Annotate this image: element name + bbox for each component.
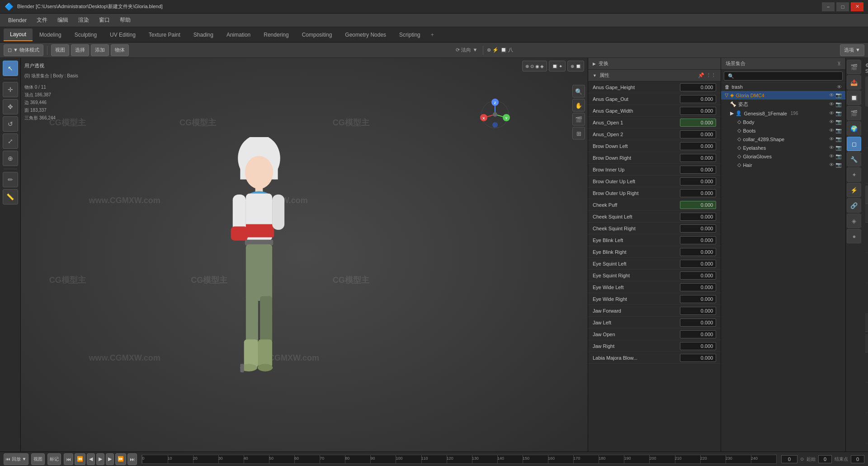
outliner-item-body[interactable]: ◇ Body 👁 📷 [721,118,845,126]
props-tab-output[interactable]: 📤 [847,75,861,90]
shape-key-value[interactable]: 0.000 [680,342,716,350]
jump-start[interactable]: ⏮ [64,453,73,465]
options-button[interactable]: 选项 ▼ [840,44,864,56]
props-tab-modifier[interactable]: 🔧 [847,152,861,166]
tab-rendering[interactable]: Rendering [257,29,295,41]
shape-key-row[interactable]: Anus Gape_Height0.000 [588,81,721,93]
shape-key-value[interactable]: 0.000 [680,224,716,233]
eye-icon-hair[interactable]: 👁 [829,162,834,168]
tab-geometry-nodes[interactable]: Geometry Nodes [339,29,392,41]
tab-modeling[interactable]: Modeling [33,29,68,41]
shape-key-row[interactable]: Eye Squint Right0.000 [588,270,721,281]
play-button[interactable]: ▶ [96,453,104,465]
select-tool[interactable]: ↖ [3,61,18,76]
menu-blender[interactable]: Blender [4,15,31,25]
props-tab-scene[interactable]: 🎬 [847,106,861,120]
viewport-overlay-button[interactable]: 🔲 ✦ [549,61,566,71]
playback-menu[interactable]: ⏮ 回放 ▼ [4,453,28,465]
props-tab-physics[interactable]: ⚡ [847,183,861,197]
pin-icon[interactable]: 📌 [698,72,704,78]
shape-key-row[interactable]: Anus Gape_Out0.000 [588,93,721,105]
camera-icon-hair[interactable]: 📷 [835,162,842,168]
eye-icon-boots[interactable]: 👁 [829,128,834,133]
shape-key-value[interactable]: 0.000 [680,271,716,280]
shape-key-row[interactable]: Brow Down Right0.000 [588,152,721,164]
scale-tool[interactable]: ⤢ [3,133,18,149]
shape-key-value[interactable]: 0.000 [680,213,716,221]
shape-key-row[interactable]: Cheek Squint Right0.000 [588,223,721,234]
props-tab-render[interactable]: 🎬 [847,60,861,74]
shape-key-value[interactable]: 0.000 [680,283,716,291]
shape-key-value[interactable]: 0.000 [680,189,716,197]
shape-key-value[interactable]: 0.000 [680,330,716,338]
shape-key-row[interactable]: Eye Blink Left0.000 [588,234,721,246]
shape-key-row[interactable]: Brow Outer Up Right0.000 [588,187,721,199]
timeline-current[interactable]: 0 [781,455,797,463]
select-menu[interactable]: 选择 [71,44,89,56]
tab-sculpting[interactable]: Sculpting [68,29,103,41]
prev-frame[interactable]: ⏪ [75,453,85,465]
shape-key-value[interactable]: 0.000 [680,119,716,127]
outliner-item-pose[interactable]: 🦴 姿态 👁 📷 [721,100,845,109]
shape-key-row[interactable]: Eye Wide Right0.000 [588,293,721,305]
timeline-start[interactable]: 0 [818,455,832,463]
render-subheader[interactable]: ▼ 渲染 ⋮⋮ [865,334,868,352]
shape-key-row[interactable]: Jaw Right0.000 [588,340,721,352]
shape-key-row[interactable]: Jaw Left0.000 [588,317,721,328]
shape-key-value[interactable]: 0.000 [680,260,716,268]
menu-edit[interactable]: 编辑 [53,14,73,26]
eye-icon-gloves[interactable]: 👁 [829,153,834,159]
outliner-search[interactable] [724,71,842,81]
menu-file[interactable]: 文件 [32,14,52,26]
eye-icon-genesis[interactable]: 👁 [829,110,834,116]
vp-hand[interactable]: ✋ [572,99,585,112]
props-tab-constraints[interactable]: 🔗 [847,198,861,213]
vp-zoom-in[interactable]: 🔍 [572,85,585,98]
props-tab-object[interactable]: ◻ [847,137,861,151]
shape-key-value[interactable]: 0.000 [680,319,716,327]
shape-key-row[interactable]: Cheek Squint Left0.000 [588,211,721,223]
shape-key-row[interactable]: Jaw Open0.000 [588,328,721,340]
dots-icon[interactable]: ⋮⋮ [706,72,716,78]
viewport-shading-solid[interactable]: ⊕ ⊙ ◉ ◈ [522,61,547,71]
shape-key-value[interactable]: 0.000 [680,354,716,362]
props-tab-material[interactable]: ● [847,229,861,243]
tab-shading[interactable]: Shading [187,29,220,41]
mode-selector[interactable]: ◻ ▼ 物体模式 [4,44,43,56]
denoise-subheader[interactable]: ▶ 降噪 [865,314,868,332]
axis-gizmo[interactable]: Z Y X [479,99,511,130]
eye-icon-body[interactable]: 👁 [829,119,834,125]
view-menu[interactable]: 视图 [51,44,69,56]
viewport-gizmo-button[interactable]: ⊕ 🔲 [567,61,584,71]
eye-icon-collar[interactable]: 👁 [829,136,834,142]
minimize-button[interactable]: − [822,2,835,11]
camera-icon-eyelashes[interactable]: 📷 [835,145,842,151]
add-menu[interactable]: 添加 [91,44,109,56]
next-frame[interactable]: ⏩ [115,453,126,465]
attributes-header[interactable]: ▼ 属性 📌 ⋮⋮ [588,70,721,81]
tab-animation[interactable]: Animation [220,29,257,41]
sampling-header[interactable]: ▼ 采样 [865,185,868,204]
eye-icon-trash[interactable]: 👁 [837,84,842,90]
shape-key-row[interactable]: Labia Majora Blow...0.000 [588,352,721,364]
menu-render[interactable]: 渲染 [74,14,94,26]
menu-help[interactable]: 帮助 [115,14,135,26]
shape-key-value[interactable]: 0.000 [680,166,716,174]
measure-tool[interactable]: 📏 [3,189,18,204]
camera-icon-collar[interactable]: 📷 [835,136,842,142]
camera-icon-gloves[interactable]: 📷 [835,153,842,159]
tab-compositing[interactable]: Compositing [296,29,339,41]
shape-key-value[interactable]: 0.000 [680,130,716,138]
tab-uv-editing[interactable]: UV Editing [104,29,142,41]
marker-button[interactable]: 标记 [47,453,61,465]
shape-key-value[interactable]: 0.000 [680,248,716,256]
props-tab-world[interactable]: 🌍 [847,121,861,136]
close-button[interactable]: ✕ [851,2,863,11]
outliner-item-trash[interactable]: 🗑 trash 👁 [721,83,845,91]
rotate-tool[interactable]: ↺ [3,116,18,132]
shape-key-row[interactable]: Eye Wide Left0.000 [588,281,721,293]
props-tab-data[interactable]: ◈ [847,214,861,228]
shape-key-row[interactable]: Anus_Open 20.000 [588,128,721,140]
shape-key-row[interactable]: Brow Down Left0.000 [588,140,721,152]
shape-key-value[interactable]: 0.000 [680,142,716,150]
